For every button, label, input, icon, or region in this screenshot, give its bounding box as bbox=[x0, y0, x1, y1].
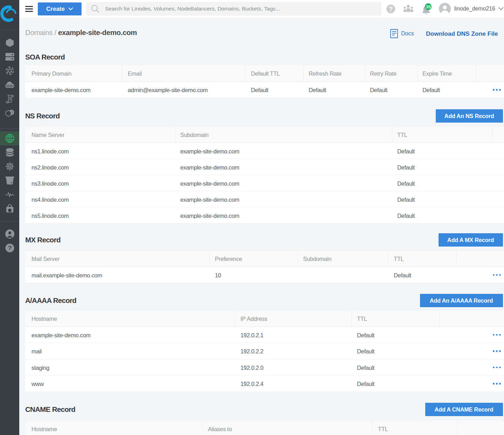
svg-text:35: 35 bbox=[426, 4, 431, 9]
svg-text:?: ? bbox=[389, 6, 393, 13]
svg-text:?: ? bbox=[8, 245, 11, 251]
